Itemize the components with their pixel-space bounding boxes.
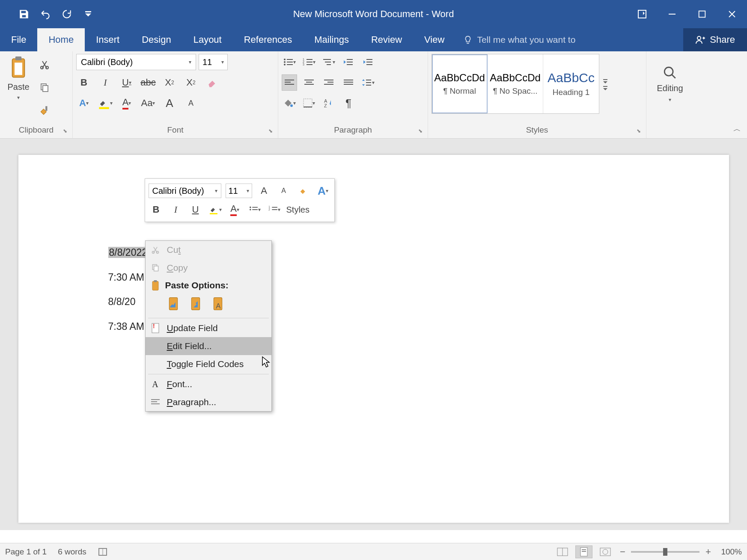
status-words[interactable]: 6 words bbox=[58, 547, 86, 557]
grow-font-button[interactable]: A bbox=[162, 95, 177, 111]
align-center-button[interactable] bbox=[301, 74, 317, 91]
tab-layout[interactable]: Layout bbox=[182, 28, 233, 51]
ctx-edit-field[interactable]: Edit Field... bbox=[146, 337, 271, 355]
close-button[interactable] bbox=[717, 3, 747, 25]
bullets-button[interactable]: ▾ bbox=[282, 54, 297, 70]
font-name-combo[interactable]: Calibri (Body)▾ bbox=[76, 54, 196, 70]
justify-button[interactable] bbox=[341, 74, 356, 91]
align-left-button[interactable] bbox=[282, 74, 297, 91]
ctx-update-field[interactable]: ! Update Field bbox=[146, 319, 271, 337]
text-effects-button[interactable]: A▾ bbox=[76, 95, 92, 111]
tab-review[interactable]: Review bbox=[360, 28, 413, 51]
collapse-ribbon-button[interactable]: ︿ bbox=[733, 124, 741, 134]
clear-formatting-button[interactable] bbox=[205, 74, 220, 91]
ctx-copy[interactable]: Copy bbox=[146, 259, 271, 277]
line-spacing-button[interactable]: ▾ bbox=[360, 74, 376, 91]
zoom-in-button[interactable]: + bbox=[704, 546, 712, 557]
chevron-down-icon: ▾ bbox=[17, 95, 20, 101]
strikethrough-button[interactable]: abc bbox=[140, 74, 156, 91]
tab-design[interactable]: Design bbox=[131, 28, 182, 51]
status-proofing-button[interactable] bbox=[98, 547, 108, 557]
mini-bullets-button[interactable]: ▾ bbox=[247, 201, 262, 218]
numbering-button[interactable]: 123▾ bbox=[301, 54, 317, 70]
zoom-out-button[interactable]: − bbox=[618, 546, 627, 557]
editing-button[interactable]: Editing ▾ bbox=[650, 54, 690, 114]
svg-rect-24 bbox=[307, 64, 312, 65]
font-size-combo[interactable]: 11▾ bbox=[199, 54, 228, 70]
mini-styles-button[interactable]: A▾ bbox=[315, 183, 331, 199]
copy-button[interactable] bbox=[37, 80, 52, 96]
increase-indent-button[interactable] bbox=[360, 54, 376, 70]
italic-button[interactable]: I bbox=[98, 74, 113, 91]
mini-numbering-button[interactable]: 12▾ bbox=[267, 201, 282, 218]
mini-grow-font-button[interactable]: A bbox=[256, 183, 272, 199]
shading-button[interactable]: ▾ bbox=[282, 95, 297, 111]
bold-button[interactable]: B bbox=[76, 74, 92, 91]
svg-rect-12 bbox=[99, 107, 109, 109]
tab-file[interactable]: File bbox=[0, 28, 37, 51]
underline-button[interactable]: U ▾ bbox=[119, 74, 134, 91]
mini-bold-button[interactable]: B bbox=[149, 201, 164, 218]
qat-customize-button[interactable] bbox=[81, 6, 95, 23]
style-normal[interactable]: AaBbCcDd ¶ Normal bbox=[432, 54, 488, 113]
zoom-slider[interactable] bbox=[631, 551, 699, 553]
paste-text-only-button[interactable]: A bbox=[210, 295, 226, 313]
ctx-font[interactable]: A Font... bbox=[146, 375, 271, 393]
shrink-font-button[interactable]: A bbox=[183, 95, 199, 111]
mini-format-painter-button[interactable] bbox=[296, 183, 311, 199]
print-layout-button[interactable] bbox=[575, 545, 592, 558]
subscript-button[interactable]: X2 bbox=[162, 74, 177, 91]
mini-font-size-combo[interactable]: 11▾ bbox=[226, 184, 252, 198]
mini-underline-button[interactable]: U bbox=[188, 201, 203, 218]
paste-button[interactable]: Paste ▾ bbox=[3, 54, 33, 119]
redo-button[interactable] bbox=[60, 6, 74, 23]
svg-rect-5 bbox=[15, 56, 21, 60]
style-no-spacing[interactable]: AaBbCcDd ¶ No Spac... bbox=[488, 54, 543, 113]
ribbon-display-options-button[interactable] bbox=[627, 3, 657, 25]
mini-styles-label[interactable]: Styles bbox=[286, 205, 310, 215]
mini-font-color-button[interactable]: A▾ bbox=[227, 201, 243, 218]
style-heading-1[interactable]: AaBbCc Heading 1 bbox=[543, 54, 599, 113]
ctx-toggle-field-codes[interactable]: Toggle Field Codes bbox=[146, 355, 271, 373]
zoom-level[interactable]: 100% bbox=[721, 547, 742, 557]
read-mode-button[interactable] bbox=[554, 545, 571, 558]
multilevel-list-button[interactable]: ▾ bbox=[321, 54, 336, 70]
tab-references[interactable]: References bbox=[233, 28, 304, 51]
status-page[interactable]: Page 1 of 1 bbox=[5, 547, 47, 557]
mini-italic-button[interactable]: I bbox=[168, 201, 184, 218]
ctx-paragraph[interactable]: Paragraph... bbox=[146, 393, 271, 411]
ctx-cut[interactable]: Cut bbox=[146, 241, 271, 259]
highlight-button[interactable]: ▾ bbox=[98, 95, 113, 111]
document-page[interactable]: 8/8/2022 7:30 AM 8/8/20 7:38 AM Calibri … bbox=[18, 155, 729, 523]
mini-font-name-combo[interactable]: Calibri (Body)▾ bbox=[149, 184, 221, 198]
borders-button[interactable]: ▾ bbox=[301, 95, 317, 111]
svg-point-15 bbox=[284, 61, 286, 63]
web-layout-button[interactable] bbox=[597, 545, 614, 558]
mini-highlight-button[interactable]: ▾ bbox=[208, 201, 223, 218]
tab-home[interactable]: Home bbox=[37, 28, 85, 51]
sort-button[interactable]: AZ bbox=[321, 95, 336, 111]
format-painter-button[interactable] bbox=[37, 103, 52, 119]
save-button[interactable] bbox=[17, 6, 31, 23]
paste-merge-button[interactable] bbox=[187, 295, 204, 313]
tab-mailings[interactable]: Mailings bbox=[303, 28, 360, 51]
minimize-button[interactable] bbox=[657, 3, 687, 25]
mini-shrink-font-button[interactable]: A bbox=[276, 183, 292, 199]
tell-me-search[interactable]: Tell me what you want to bbox=[455, 28, 683, 51]
selected-date-field[interactable]: 8/8/2022 bbox=[108, 247, 149, 258]
font-color-button[interactable]: A▾ bbox=[119, 95, 134, 111]
maximize-button[interactable] bbox=[687, 3, 717, 25]
svg-rect-45 bbox=[344, 84, 353, 85]
paste-keep-source-button[interactable] bbox=[165, 295, 182, 313]
undo-button[interactable] bbox=[39, 6, 52, 23]
styles-more-button[interactable] bbox=[599, 54, 611, 114]
change-case-button[interactable]: Aa▾ bbox=[140, 95, 156, 111]
tab-insert[interactable]: Insert bbox=[85, 28, 131, 51]
decrease-indent-button[interactable] bbox=[341, 54, 356, 70]
cut-button[interactable] bbox=[37, 56, 52, 73]
show-hide-button[interactable]: ¶ bbox=[341, 95, 356, 111]
superscript-button[interactable]: X2 bbox=[183, 74, 199, 91]
tab-view[interactable]: View bbox=[413, 28, 455, 51]
align-right-button[interactable] bbox=[321, 74, 336, 91]
share-button[interactable]: Share bbox=[683, 28, 747, 51]
